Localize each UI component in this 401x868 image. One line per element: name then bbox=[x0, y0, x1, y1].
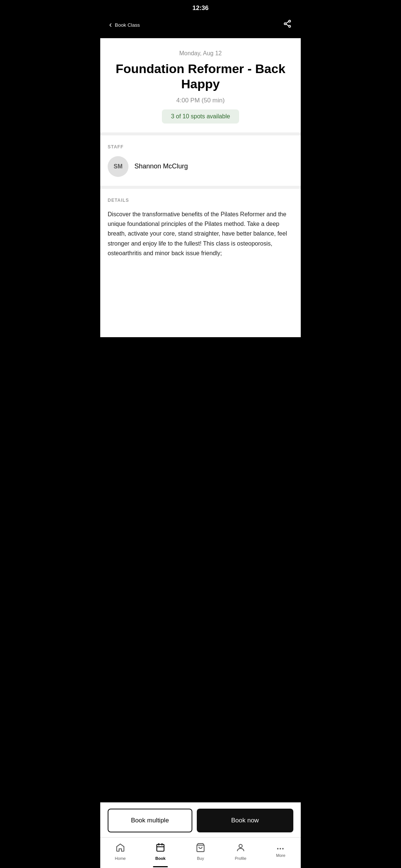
book-now-button[interactable]: Book now bbox=[197, 809, 293, 832]
staff-item: SM Shannon McClurg bbox=[108, 156, 293, 177]
staff-name: Shannon McClurg bbox=[134, 162, 188, 170]
svg-point-10 bbox=[239, 844, 242, 848]
book-multiple-button[interactable]: Book multiple bbox=[108, 809, 192, 832]
details-label: DETAILS bbox=[108, 198, 293, 203]
details-section: DETAILS Discover the transformative bene… bbox=[100, 189, 301, 270]
nav-label-buy: Buy bbox=[197, 856, 204, 861]
spots-badge: 3 of 10 spots available bbox=[162, 109, 239, 124]
nav-item-buy[interactable]: Buy bbox=[180, 841, 221, 862]
nav-item-profile[interactable]: Profile bbox=[221, 841, 261, 862]
staff-label: STAFF bbox=[108, 144, 293, 149]
home-icon bbox=[115, 843, 125, 855]
buy-icon bbox=[196, 843, 205, 855]
svg-point-0 bbox=[289, 20, 291, 22]
nav-label-book: Book bbox=[155, 856, 166, 861]
svg-point-2 bbox=[289, 26, 291, 27]
back-button[interactable]: ‹ Book Class bbox=[108, 19, 141, 31]
class-date: Monday, Aug 12 bbox=[108, 50, 293, 57]
staff-avatar: SM bbox=[108, 156, 128, 177]
share-icon bbox=[283, 19, 292, 28]
nav-title: Book Class bbox=[115, 22, 140, 28]
back-arrow-icon: ‹ bbox=[109, 20, 112, 30]
class-name: Foundation Reformer - Back Happy bbox=[108, 61, 293, 92]
class-header: Monday, Aug 12 Foundation Reformer - Bac… bbox=[100, 38, 301, 135]
nav-label-home: Home bbox=[115, 856, 125, 861]
nav-active-indicator bbox=[153, 866, 168, 867]
bottom-buttons: Book multiple Book now bbox=[100, 802, 301, 838]
details-text: Discover the transformative benefits of … bbox=[108, 210, 293, 259]
svg-rect-5 bbox=[157, 844, 164, 851]
nav-item-book[interactable]: Book bbox=[140, 841, 180, 862]
more-icon: ••• bbox=[277, 846, 285, 852]
nav-item-home[interactable]: Home bbox=[100, 841, 140, 862]
staff-section: STAFF SM Shannon McClurg bbox=[100, 135, 301, 189]
nav-label-more: More bbox=[276, 853, 285, 858]
share-button[interactable] bbox=[281, 18, 293, 32]
profile-icon bbox=[236, 843, 245, 855]
main-content: Monday, Aug 12 Foundation Reformer - Bac… bbox=[100, 38, 301, 337]
status-bar: 12:36 bbox=[100, 0, 301, 15]
nav-label-profile: Profile bbox=[235, 856, 246, 861]
top-nav: ‹ Book Class bbox=[100, 15, 301, 38]
svg-point-1 bbox=[284, 23, 286, 25]
book-icon bbox=[156, 843, 165, 855]
class-time: 4:00 PM (50 min) bbox=[108, 97, 293, 104]
nav-item-more[interactable]: ••• More bbox=[261, 844, 301, 859]
svg-line-4 bbox=[286, 24, 288, 26]
svg-line-3 bbox=[286, 22, 288, 23]
status-time: 12:36 bbox=[192, 4, 208, 12]
bottom-nav: Home Book Buy bbox=[100, 837, 301, 868]
